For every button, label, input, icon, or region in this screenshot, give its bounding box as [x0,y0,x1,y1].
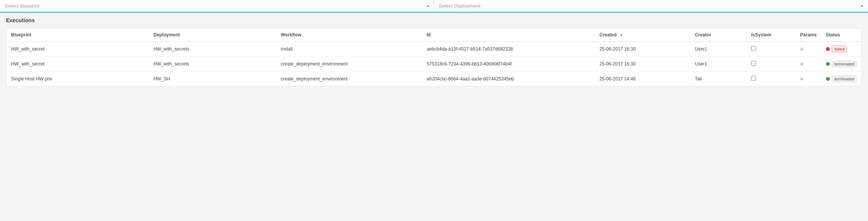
cell-issystem [746,57,795,72]
col-header-deployment: Deployment [149,28,276,42]
col-header-creator: Creator [690,28,746,42]
cell-status: terminated [821,72,861,87]
blueprint-select-wrapper: Select Blueprint ▼ [0,0,434,12]
col-header-issystem: IsSystem [746,28,795,42]
params-icon[interactable]: ≡ [800,76,803,82]
status-dot-icon [826,77,830,81]
table-row: HW_with_secretHW_with_secretsinstallaebc… [7,42,861,57]
cell-blueprint: HW_with_secret [7,57,149,72]
table-header-row: Blueprint Deployment Workflow Id Created… [7,28,861,42]
deployment-select-wrapper: Select Deployment ▼ [434,0,868,12]
col-header-blueprint: Blueprint [7,28,149,42]
section-title: Executions [6,17,862,23]
col-header-id: Id [422,28,595,42]
cell-issystem [746,72,795,87]
status-badge: terminated [832,75,857,82]
col-header-status: Status [821,28,861,42]
cell-id: 575318c6-7234-4396-bb13-406906f74b4f [422,57,595,72]
cell-id: aebcb4da-a13f-4527-b514-7a537d682338 [422,42,595,57]
issystem-checkbox[interactable] [751,61,756,66]
cell-creator: Tali [690,72,746,87]
status-badge: terminated [832,61,857,67]
created-sort-icon: ▼ [619,33,623,37]
cell-params[interactable]: ≡ [796,72,821,87]
cell-deployment: HW_with_secrets [149,57,276,72]
cell-created: 25-06-2017 16:30 [595,42,690,57]
cell-deployment: HW_SH [149,72,276,87]
table-row: Single Host HW privHW_SHcreate_deploymen… [7,72,861,87]
issystem-checkbox[interactable] [751,46,756,51]
cell-workflow: create_deployment_environment [276,72,422,87]
top-bar: Select Blueprint ▼ Select Deployment ▼ [0,0,868,13]
cell-creator: User1 [690,42,746,57]
cell-params[interactable]: ≡ [796,42,821,57]
table-body: HW_with_secretHW_with_secretsinstallaebc… [7,42,861,87]
cell-created: 25-06-2017 16:30 [595,57,690,72]
cell-id: a6204cbc-8664-4aa2-aa3e-b074425345eb [422,72,595,87]
params-icon[interactable]: ≡ [800,61,803,67]
cell-workflow: create_deployment_environment [276,57,422,72]
cell-workflow: install [276,42,422,57]
cell-issystem [746,42,795,57]
executions-table: Blueprint Deployment Workflow Id Created… [7,28,861,86]
params-icon[interactable]: ≡ [800,46,803,52]
cell-created: 25-06-2017 14:46 [595,72,690,87]
col-header-created[interactable]: Created ▼ [595,28,690,42]
issystem-checkbox[interactable] [751,76,756,81]
table-row: HW_with_secretHW_with_secretscreate_depl… [7,57,861,72]
status-dot-icon [826,47,830,51]
cell-creator: User1 [690,57,746,72]
cell-blueprint: HW_with_secret [7,42,149,57]
status-badge: failed [832,46,847,52]
main-content: Executions Blueprint Deployment Workflow… [0,13,868,91]
col-header-params: Params [796,28,821,42]
executions-table-container: Blueprint Deployment Workflow Id Created… [6,28,862,87]
cell-blueprint: Single Host HW priv [7,72,149,87]
col-header-workflow: Workflow [276,28,422,42]
cell-params[interactable]: ≡ [796,57,821,72]
status-dot-icon [826,62,830,66]
blueprint-select[interactable]: Select Blueprint [0,0,434,12]
deployment-select[interactable]: Select Deployment [434,0,868,12]
cell-status: terminated [821,57,861,72]
cell-deployment: HW_with_secrets [149,42,276,57]
cell-status: failed [821,42,861,57]
